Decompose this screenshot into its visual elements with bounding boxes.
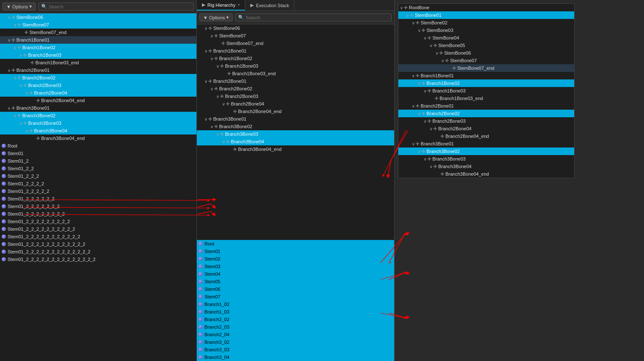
tree-item[interactable]: ✛Branch3Bone04_end: [398, 170, 574, 178]
tab-execution-stack[interactable]: ▶ Execution Stack: [245, 0, 294, 11]
tree-item[interactable]: ∨✛Branch1Bone02: [398, 79, 574, 87]
tree-item[interactable]: ∨✛Branch2Bone03: [0, 82, 196, 89]
tree-item[interactable]: ∨✛Branch2Bone02: [197, 85, 394, 92]
tree-item[interactable]: ∨✛StemBone02: [398, 19, 574, 26]
tree-item[interactable]: Branch2_04: [197, 331, 394, 338]
tree-item[interactable]: ∨✛Branch2Bone03: [398, 117, 574, 125]
tree-item[interactable]: Stem07: [197, 293, 394, 300]
tree-item[interactable]: Branch1_02: [197, 300, 394, 308]
tree-item[interactable]: Branch3_03: [197, 346, 394, 353]
tree-item[interactable]: ∨✛Branch2Bone03: [197, 92, 394, 100]
tree-item[interactable]: Branch2_03: [197, 323, 394, 331]
tree-item[interactable]: ∨✛StemBone06: [0, 13, 196, 21]
tree-item[interactable]: ✛Branch1Bone03_end: [398, 95, 574, 102]
tree-item[interactable]: ∨✛Branch2Bone04: [398, 125, 574, 132]
tree-item[interactable]: ∨✛StemBone01: [398, 11, 574, 19]
tree-item[interactable]: Stem06: [197, 285, 394, 293]
ball-icon: [2, 197, 6, 201]
bone-icon: ✛: [435, 96, 438, 101]
tree-item[interactable]: ∨✛Branch3Bone02: [0, 112, 196, 119]
tree-item[interactable]: ∨✛Branch1Bone01: [0, 36, 196, 44]
tree-item[interactable]: Branch1_03: [197, 308, 394, 316]
tree-item[interactable]: Branch3_04: [197, 353, 394, 361]
tree-item[interactable]: ∨✛Branch3Bone01: [197, 115, 394, 123]
tree-item[interactable]: ✛Branch3Bone04_end: [0, 134, 196, 142]
tree-item[interactable]: ∨✛StemBone07: [0, 21, 196, 29]
tree-item[interactable]: ∨✛Branch2Bone04: [0, 89, 196, 97]
tree-item[interactable]: ∨✛StemBone04: [398, 34, 574, 42]
tree-item[interactable]: ∨✛Branch2Bone04: [197, 100, 394, 108]
tree-item[interactable]: ✛Branch2Bone04_end: [197, 108, 394, 115]
tree-item[interactable]: Stem01_2_2_2_2_2_2_2_2: [0, 210, 196, 218]
tree-item[interactable]: ∨✛Branch1Bone03: [0, 51, 196, 59]
tree-item[interactable]: Stem01_2_2_2_2: [0, 180, 196, 187]
tree-item[interactable]: Root: [0, 142, 196, 150]
left-search-input[interactable]: [49, 4, 191, 9]
tree-item[interactable]: ∨✛StemBone06: [197, 24, 394, 32]
tree-item[interactable]: ∨✛Branch2Bone02: [398, 110, 574, 117]
tree-item[interactable]: Branch2_02: [197, 316, 394, 323]
tree-item[interactable]: ∨✛Branch1Bone03: [197, 62, 394, 70]
tree-item[interactable]: Stem01_2: [0, 157, 196, 165]
tree-item[interactable]: ∨✛Branch2Bone01: [197, 77, 394, 85]
tree-item[interactable]: ∨✛Branch3Bone02: [197, 123, 394, 130]
tree-item[interactable]: ∨✛RootBone: [398, 4, 574, 11]
tab-close-icon[interactable]: ×: [238, 3, 240, 7]
tree-item[interactable]: ✛Branch1Bone03_end: [0, 59, 196, 66]
tree-item[interactable]: ∨✛Branch2Bone02: [0, 74, 196, 82]
tree-item[interactable]: Stem02: [197, 255, 394, 263]
tree-item[interactable]: Stem01_2_2_2_2_2_2_2_2_2_2_2_2: [0, 240, 196, 248]
tab-rig-hierarchy[interactable]: ▶ Rig Hierarchy ×: [197, 0, 245, 11]
tree-item[interactable]: ∨✛StemBone07: [197, 32, 394, 40]
tree-item[interactable]: ∨✛Branch3Bone04: [398, 163, 574, 170]
tree-item[interactable]: ∨✛StemBone07: [398, 57, 574, 64]
tree-item[interactable]: Stem01_2_2_2_2_2_2_2: [0, 203, 196, 210]
tree-item[interactable]: ∨✛Branch1Bone02: [0, 44, 196, 51]
tree-item[interactable]: Stem01_2_2_2_2_2: [0, 187, 196, 195]
tree-item[interactable]: Branch3_02: [197, 338, 394, 346]
tree-item[interactable]: Stem01_2_2_2: [0, 172, 196, 180]
tree-item[interactable]: Stem01_2_2_2_2_2_2_2_2_2_2_2: [0, 233, 196, 240]
tree-item[interactable]: ✛StemBone07_end: [0, 29, 196, 36]
tree-item[interactable]: ∨✛Branch3Bone03: [398, 155, 574, 163]
middle-search-box[interactable]: 🔍: [235, 13, 392, 21]
tree-item[interactable]: ✛Branch3Bone04_end: [197, 145, 394, 153]
tree-item[interactable]: ∨✛Branch3Bone01: [0, 104, 196, 112]
tree-item[interactable]: ∨✛Branch3Bone04: [197, 138, 394, 145]
tree-item[interactable]: Stem01_2_2_2_2_2_2_2_2_2_2_2_2_2_2: [0, 256, 196, 263]
tree-item[interactable]: ∨✛Branch1Bone02: [197, 55, 394, 62]
tree-item[interactable]: Stem01_2_2_2_2_2_2_2_2_2_2: [0, 225, 196, 233]
middle-options-button[interactable]: ▼ Options ▾: [199, 13, 233, 21]
tree-item[interactable]: ∨✛StemBone03: [398, 26, 574, 34]
tree-item[interactable]: Stem01_2_2: [0, 165, 196, 172]
tree-item[interactable]: ✛StemBone07_end: [197, 40, 394, 47]
tree-item[interactable]: ∨✛Branch1Bone01: [197, 47, 394, 55]
tree-item[interactable]: ∨✛Branch3Bone03: [0, 119, 196, 127]
tree-item[interactable]: ∨✛Branch3Bone03: [197, 130, 394, 138]
tree-item[interactable]: ✛StemBone07_end: [398, 64, 574, 72]
tree-item[interactable]: Stem01_2_2_2_2_2_2_2_2_2: [0, 218, 196, 225]
left-options-button[interactable]: ▼ Options ▾: [3, 3, 36, 11]
tree-item[interactable]: ∨✛Branch2Bone01: [398, 102, 574, 110]
tree-item[interactable]: Stem01: [0, 150, 196, 157]
left-search-box[interactable]: 🔍: [38, 3, 194, 11]
tree-item[interactable]: Stem04: [197, 270, 394, 278]
tree-item[interactable]: Stem05: [197, 278, 394, 285]
tree-item[interactable]: ∨✛Branch3Bone04: [0, 127, 196, 134]
tree-item[interactable]: Stem01_2_2_2_2_2_2: [0, 195, 196, 203]
tree-item[interactable]: Stem03: [197, 263, 394, 270]
tree-item[interactable]: ✛Branch2Bone04_end: [0, 97, 196, 104]
tree-item[interactable]: ∨✛StemBone06: [398, 49, 574, 57]
tree-item[interactable]: ∨✛Branch2Bone01: [0, 66, 196, 74]
tree-item[interactable]: ✛Branch1Bone03_end: [197, 70, 394, 77]
tree-item[interactable]: ∨✛Branch1Bone01: [398, 72, 574, 79]
tree-item[interactable]: ∨✛Branch1Bone03: [398, 87, 574, 95]
tree-item[interactable]: Root: [197, 240, 394, 248]
middle-search-input[interactable]: [246, 15, 389, 20]
tree-item[interactable]: ∨✛StemBone05: [398, 42, 574, 49]
tree-item[interactable]: Stem01: [197, 248, 394, 255]
tree-item[interactable]: ∨✛Branch3Bone02: [398, 148, 574, 155]
tree-item[interactable]: Stem01_2_2_2_2_2_2_2_2_2_2_2_2_2: [0, 248, 196, 256]
tree-item[interactable]: ∨✛Branch3Bone01: [398, 140, 574, 148]
tree-item[interactable]: ✛Branch2Bone04_end: [398, 132, 574, 140]
